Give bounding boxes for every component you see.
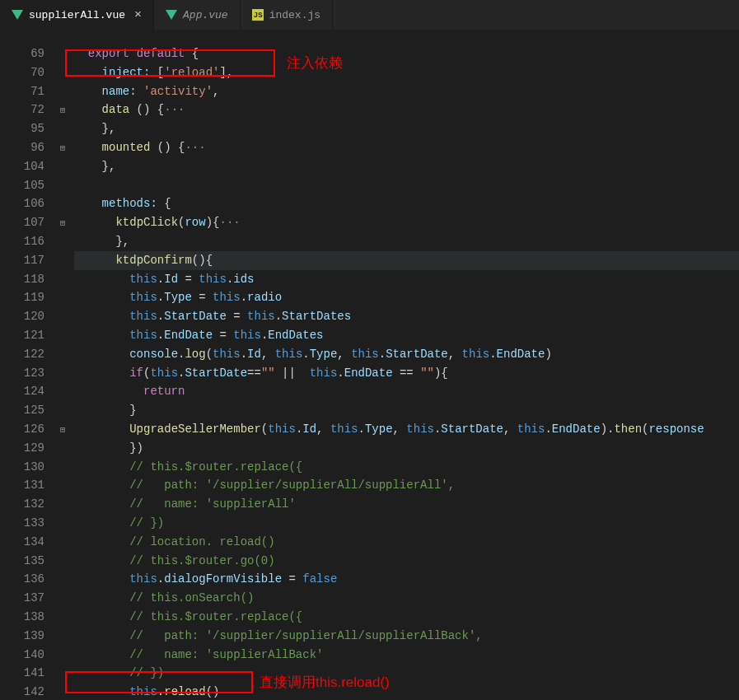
code-line[interactable]: // }): [74, 664, 739, 683]
line-number: 106: [0, 194, 44, 213]
vue-icon: [166, 10, 177, 20]
fold-icon[interactable]: ⊞: [60, 214, 66, 233]
tab-label: supplierAll.vue: [29, 9, 125, 21]
line-number: 138: [0, 608, 44, 627]
line-number: 141: [0, 664, 44, 683]
vue-icon: [12, 10, 23, 20]
code-line[interactable]: console.log(this.Id, this.Type, this.Sta…: [74, 345, 739, 364]
fold-icon[interactable]: ⊞: [60, 421, 66, 440]
code-editor[interactable]: 6970717295961041051061071161171181191201…: [0, 30, 739, 700]
code-line[interactable]: UpgradeSellerMember(this.Id, this.Type, …: [74, 420, 739, 439]
code-line[interactable]: this.Type = this.radio: [74, 288, 739, 307]
fold-column: ⊞⊞⊞⊞: [51, 44, 74, 700]
line-number: 142: [0, 683, 44, 700]
code-line[interactable]: ktdpConfirm(){: [74, 251, 739, 270]
line-number: 124: [0, 382, 44, 401]
code-line[interactable]: // this.$router.replace({: [74, 458, 739, 477]
line-number: 132: [0, 495, 44, 514]
line-number: 125: [0, 401, 44, 420]
code-line[interactable]: }: [74, 401, 739, 420]
line-number: 122: [0, 345, 44, 364]
line-number: 131: [0, 476, 44, 495]
line-number: 129: [0, 439, 44, 458]
line-number: 107: [0, 213, 44, 232]
line-number: 139: [0, 627, 44, 646]
code-line[interactable]: return: [74, 382, 739, 401]
annotation-text-2: 直接调用this.reload(): [260, 673, 390, 692]
code-line[interactable]: this.Id = this.ids: [74, 270, 739, 289]
close-icon[interactable]: ×: [134, 8, 142, 22]
code-line[interactable]: ktdpClick(row){···: [74, 213, 739, 232]
code-line[interactable]: // path: '/supplier/supplierAll/supplier…: [74, 627, 739, 646]
code-line[interactable]: // this.onSearch(): [74, 589, 739, 608]
line-number: 121: [0, 326, 44, 345]
tab-2[interactable]: JSindex.js: [241, 0, 333, 30]
code-line[interactable]: // name: 'supplierAll': [74, 495, 739, 514]
code-line[interactable]: mounted () {···: [74, 138, 739, 157]
code-line[interactable]: name: 'activity',: [74, 82, 739, 101]
code-line[interactable]: }): [74, 439, 739, 458]
code-line[interactable]: },: [74, 119, 739, 138]
code-line[interactable]: this.StartDate = this.StartDates: [74, 307, 739, 326]
line-number: 134: [0, 533, 44, 552]
line-number: 126: [0, 420, 44, 439]
line-number: 117: [0, 251, 44, 270]
code-line[interactable]: // this.$router.replace({: [74, 608, 739, 627]
tab-1[interactable]: App.vue: [154, 0, 241, 30]
line-number: 70: [0, 63, 44, 82]
line-number: 136: [0, 570, 44, 589]
code-line[interactable]: export default {: [74, 44, 739, 63]
line-number: 71: [0, 82, 44, 101]
code-line[interactable]: // name: 'supplierAllBack': [74, 646, 739, 665]
line-number: 137: [0, 589, 44, 608]
code-area[interactable]: 注入依赖 直接调用this.reload() export default { …: [74, 44, 739, 700]
code-line[interactable]: // }): [74, 514, 739, 533]
line-number: 104: [0, 157, 44, 176]
line-number: 123: [0, 364, 44, 383]
code-line[interactable]: // location. reload(): [74, 533, 739, 552]
tab-label: index.js: [269, 9, 320, 21]
line-number: 118: [0, 270, 44, 289]
line-number: 140: [0, 646, 44, 665]
code-line[interactable]: this.dialogFormVisible = false: [74, 570, 739, 589]
line-number: 130: [0, 458, 44, 477]
line-number: 72: [0, 100, 44, 119]
tab-label: App.vue: [183, 9, 228, 21]
line-number: 95: [0, 119, 44, 138]
tab-0[interactable]: supplierAll.vue×: [0, 0, 154, 30]
tab-bar: supplierAll.vue×App.vueJSindex.js: [0, 0, 739, 30]
code-line[interactable]: // path: '/supplier/supplierAll/supplier…: [74, 476, 739, 495]
annotation-text-1: 注入依赖: [287, 54, 343, 72]
code-line[interactable]: // this.$router.go(0): [74, 552, 739, 571]
code-line[interactable]: this.EndDate = this.EndDates: [74, 326, 739, 345]
fold-icon[interactable]: ⊞: [60, 101, 66, 120]
line-number: 96: [0, 138, 44, 157]
line-number: 69: [0, 44, 44, 63]
code-line[interactable]: [74, 176, 739, 195]
code-line[interactable]: },: [74, 232, 739, 251]
code-line[interactable]: methods: {: [74, 194, 739, 213]
line-number: 116: [0, 232, 44, 251]
line-number: 133: [0, 514, 44, 533]
line-number: 120: [0, 307, 44, 326]
line-number-gutter: 6970717295961041051061071161171181191201…: [0, 44, 51, 700]
code-line[interactable]: if(this.StartDate=="" || this.EndDate ==…: [74, 364, 739, 383]
js-icon: JS: [252, 9, 264, 21]
code-line[interactable]: this.reload(): [74, 683, 739, 700]
code-line[interactable]: data () {···: [74, 100, 739, 119]
line-number: 135: [0, 552, 44, 571]
line-number: 119: [0, 288, 44, 307]
code-line[interactable]: inject: ['reload'],: [74, 63, 739, 82]
code-line[interactable]: },: [74, 157, 739, 176]
fold-icon[interactable]: ⊞: [60, 139, 66, 158]
line-number: 105: [0, 176, 44, 195]
